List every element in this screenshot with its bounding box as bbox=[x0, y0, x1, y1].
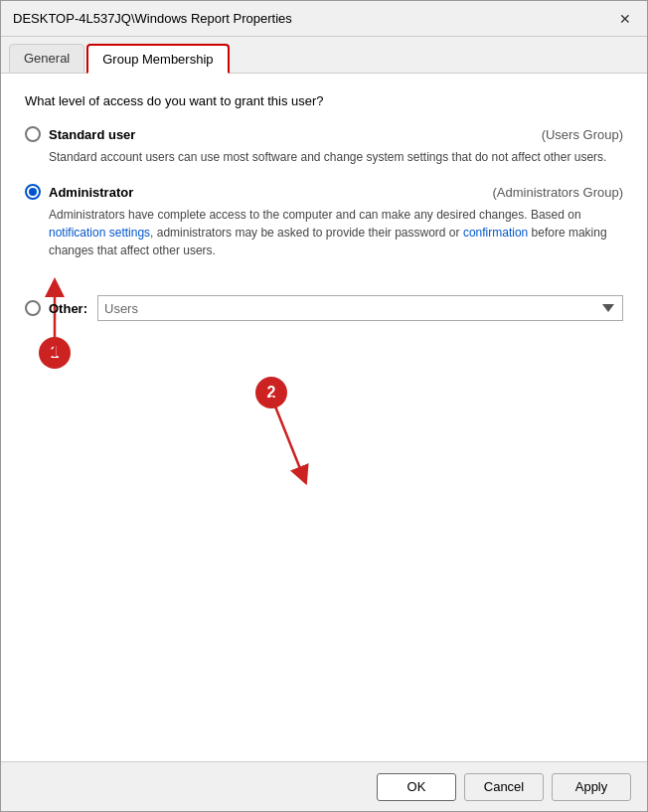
tab-group-membership[interactable]: Group Membership bbox=[86, 44, 229, 74]
administrator-label: Administrator bbox=[49, 185, 473, 200]
cancel-button[interactable]: Cancel bbox=[464, 773, 544, 801]
standard-user-header: Standard user (Users Group) bbox=[25, 126, 623, 142]
title-bar-text: DESKTOP-4L537JQ\Windows Report Propertie… bbox=[13, 11, 292, 26]
other-label: Other: bbox=[49, 301, 87, 316]
tab-general[interactable]: General bbox=[9, 44, 84, 74]
dialog-window: DESKTOP-4L537JQ\Windows Report Propertie… bbox=[0, 0, 648, 812]
standard-user-label: Standard user bbox=[49, 127, 522, 142]
other-option: Other: Users bbox=[25, 295, 623, 321]
svg-line-1 bbox=[271, 397, 303, 476]
content-area: What level of access do you want to gran… bbox=[1, 74, 647, 761]
standard-user-group: (Users Group) bbox=[522, 127, 623, 142]
administrator-option: Administrator (Administrators Group) Adm… bbox=[25, 184, 623, 259]
footer-area: OK Cancel Apply bbox=[1, 761, 647, 811]
administrator-radio[interactable] bbox=[25, 184, 41, 200]
close-button[interactable]: ✕ bbox=[615, 9, 635, 29]
title-bar: DESKTOP-4L537JQ\Windows Report Propertie… bbox=[1, 1, 647, 37]
arrow-1 bbox=[25, 277, 84, 377]
ok-button[interactable]: OK bbox=[377, 773, 456, 801]
tabs-bar: General Group Membership bbox=[1, 37, 647, 74]
arrow-2 bbox=[224, 377, 343, 496]
administrator-group: (Administrators Group) bbox=[473, 185, 623, 200]
standard-user-radio[interactable] bbox=[25, 126, 41, 142]
annotation-area: 1 Other: Users 2 bbox=[25, 277, 623, 496]
standard-user-option: Standard user (Users Group) Standard acc… bbox=[25, 126, 623, 166]
apply-button[interactable]: Apply bbox=[552, 773, 631, 801]
question-text: What level of access do you want to gran… bbox=[25, 93, 623, 108]
standard-user-desc: Standard account users can use most soft… bbox=[49, 148, 623, 166]
other-radio[interactable] bbox=[25, 300, 41, 316]
other-dropdown[interactable]: Users bbox=[97, 295, 623, 321]
administrator-header: Administrator (Administrators Group) bbox=[25, 184, 623, 200]
administrator-desc: Administrators have complete access to t… bbox=[49, 206, 623, 259]
